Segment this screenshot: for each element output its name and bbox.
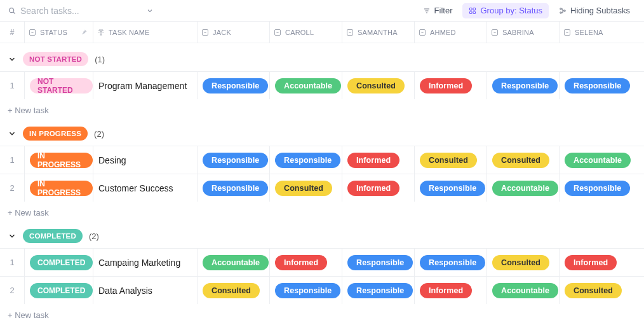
raci-cell[interactable]: Consulted (486, 146, 559, 174)
status-badge: IN PROGRESS (30, 153, 93, 168)
filter-icon (423, 7, 431, 15)
raci-cell[interactable]: Accountable (486, 174, 559, 202)
taskname-header-label: TASK NAME (109, 29, 150, 36)
col-person-header-2[interactable]: SAMANTHA (342, 22, 414, 43)
chevron-down-icon[interactable] (8, 232, 17, 240)
status-badge[interactable]: IN PROGRESS (23, 127, 88, 141)
group-by-label: Group by: Status (480, 6, 542, 15)
table-row[interactable]: 1COMPLETEDCampaing MarketingAccountableI… (0, 248, 644, 276)
subtasks-button[interactable]: Hiding Subtasks (553, 3, 636, 18)
raci-cell[interactable]: Responsible (559, 174, 631, 202)
raci-cell[interactable]: Accountable (197, 249, 269, 276)
task-name: Data Analysis (98, 286, 152, 296)
raci-cell[interactable]: Responsible (414, 174, 486, 202)
topbar: Filter Group by: Status Hiding Subtasks (0, 0, 644, 22)
raci-cell[interactable]: Consulted (414, 146, 486, 174)
new-task-button[interactable]: + New task (0, 304, 644, 322)
raci-badge: Accountable (203, 255, 269, 270)
raci-cell[interactable]: Informed (414, 277, 486, 304)
col-person-header-3[interactable]: AHMED (414, 22, 486, 43)
table-row[interactable]: 2COMPLETEDData AnalysisConsultedResponsi… (0, 276, 644, 304)
raci-cell[interactable]: Accountable (559, 146, 631, 174)
raci-badge: Responsible (492, 78, 558, 93)
raci-cell[interactable]: Responsible (559, 72, 631, 99)
new-task-button[interactable]: + New task (0, 99, 644, 118)
raci-cell[interactable]: Responsible (197, 174, 269, 202)
raci-cell[interactable]: Informed (342, 174, 414, 202)
text-icon (97, 29, 105, 36)
col-person-header-0[interactable]: JACK (197, 22, 269, 43)
svg-point-10 (560, 11, 562, 13)
raci-cell[interactable]: Responsible (342, 249, 414, 276)
status-badge[interactable]: NOT STARTED (23, 52, 88, 66)
raci-cell[interactable]: Informed (559, 249, 631, 276)
col-person-header-1[interactable]: CAROLL (269, 22, 342, 43)
raci-cell[interactable]: Consulted (269, 174, 342, 202)
raci-cell[interactable]: Consulted (197, 277, 269, 304)
svg-rect-7 (470, 11, 473, 14)
person-header-label: AHMED (430, 29, 456, 36)
row-number: 1 (0, 155, 24, 165)
status-cell[interactable]: COMPLETED (24, 277, 93, 304)
raci-cell[interactable]: Accountable (486, 277, 559, 304)
search-input[interactable] (20, 6, 135, 16)
raci-cell[interactable]: Responsible (269, 277, 342, 304)
filter-button[interactable]: Filter (417, 3, 459, 18)
raci-cell[interactable]: Responsible (414, 249, 486, 276)
raci-cell[interactable]: Informed (414, 72, 486, 99)
dropdown-icon (274, 29, 281, 36)
col-person-header-5[interactable]: SELENA (559, 22, 631, 43)
table-row[interactable]: 2IN PROGRESSCustomer SuccessResponsibleC… (0, 174, 644, 202)
col-person-header-4[interactable]: SABRINA (486, 22, 559, 43)
raci-cell[interactable]: Responsible (197, 146, 269, 174)
task-name-cell[interactable]: Customer Success (93, 174, 197, 202)
table-row[interactable]: 1IN PROGRESSDesingResponsibleResponsible… (0, 146, 644, 174)
chevron-down-icon[interactable] (146, 7, 154, 15)
group-header: IN PROGRESS(2) (0, 127, 644, 146)
task-name-cell[interactable]: Program Management (93, 72, 197, 99)
status-cell[interactable]: COMPLETED (24, 249, 93, 276)
chevron-down-icon[interactable] (8, 55, 17, 64)
group-header: NOT STARTED(1) (0, 52, 644, 71)
dropdown-icon (29, 29, 36, 36)
raci-cell[interactable]: Informed (269, 249, 342, 276)
groups-container: NOT STARTED(1)1NOT STARTEDProgram Manage… (0, 43, 644, 322)
task-name: Program Management (98, 81, 187, 91)
table-row[interactable]: 1NOT STARTEDProgram ManagementResponsibl… (0, 71, 644, 99)
new-task-button[interactable]: + New task (0, 202, 644, 220)
raci-badge: Consulted (203, 283, 260, 298)
raci-cell[interactable]: Consulted (559, 277, 631, 304)
status-badge: IN PROGRESS (30, 181, 93, 196)
status-badge: COMPLETED (30, 255, 93, 270)
person-header-label: JACK (213, 29, 231, 36)
raci-badge: Consulted (347, 78, 405, 93)
svg-point-9 (560, 8, 562, 10)
svg-line-1 (13, 11, 15, 13)
task-name: Campaing Marketing (98, 258, 180, 268)
chevron-down-icon[interactable] (8, 129, 17, 138)
raci-cell[interactable]: Informed (342, 146, 414, 174)
pin-icon[interactable] (81, 29, 88, 36)
raci-cell[interactable]: Accountable (269, 72, 342, 99)
col-status-header[interactable]: STATUS (24, 22, 93, 43)
group-by-button[interactable]: Group by: Status (462, 3, 549, 18)
status-cell[interactable]: IN PROGRESS (24, 174, 93, 202)
task-name-cell[interactable]: Desing (93, 146, 197, 174)
status-cell[interactable]: NOT STARTED (24, 72, 93, 99)
person-header-label: SABRINA (502, 29, 534, 36)
raci-cell[interactable]: Responsible (197, 72, 269, 99)
person-header-label: CAROLL (285, 29, 314, 36)
status-cell[interactable]: IN PROGRESS (24, 146, 93, 174)
raci-cell[interactable]: Responsible (269, 146, 342, 174)
dropdown-icon (491, 29, 499, 36)
task-name-cell[interactable]: Campaing Marketing (93, 249, 197, 276)
raci-cell[interactable]: Consulted (342, 72, 414, 99)
raci-cell[interactable]: Consulted (486, 249, 559, 276)
raci-badge: Responsible (203, 78, 268, 93)
raci-badge: Responsible (565, 78, 630, 93)
status-badge[interactable]: COMPLETED (23, 229, 83, 243)
raci-cell[interactable]: Responsible (342, 277, 414, 304)
task-name-cell[interactable]: Data Analysis (93, 277, 197, 304)
raci-cell[interactable]: Responsible (486, 72, 559, 99)
col-taskname-header[interactable]: TASK NAME (93, 22, 197, 43)
